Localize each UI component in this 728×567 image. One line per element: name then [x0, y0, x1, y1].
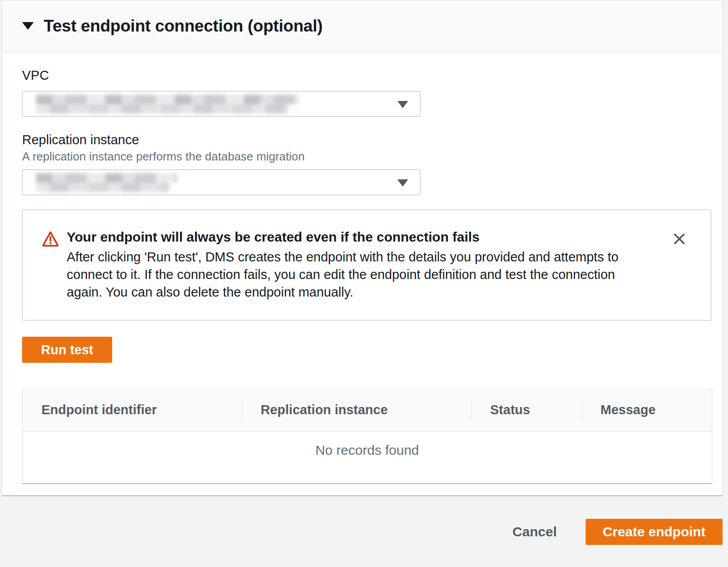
column-header-endpoint-identifier: Endpoint identifier	[23, 388, 242, 431]
cancel-button[interactable]: Cancel	[513, 524, 557, 540]
alert-body: After clicking 'Run test', DMS creates t…	[67, 248, 652, 301]
section-title: Test endpoint connection (optional)	[44, 17, 323, 36]
test-results-table: Endpoint identifier Replication instance…	[22, 388, 712, 484]
chevron-down-icon	[397, 101, 408, 108]
replication-instance-select[interactable]	[22, 169, 420, 195]
page: Test endpoint connection (optional) VPC …	[0, 0, 728, 567]
section-content: VPC Replication instance A replication i…	[2, 68, 723, 484]
column-header-message: Message	[582, 388, 712, 431]
alert-title: Your endpoint will always be created eve…	[67, 228, 652, 246]
test-endpoint-connection-panel: Test endpoint connection (optional) VPC …	[2, 0, 723, 496]
run-test-button[interactable]: Run test	[22, 337, 112, 363]
chevron-down-icon	[397, 179, 408, 187]
vpc-select[interactable]	[22, 91, 420, 117]
warning-alert: Your endpoint will always be created eve…	[22, 210, 711, 320]
replication-instance-redacted-value	[36, 173, 177, 192]
replication-instance-label: Replication instance	[22, 132, 703, 147]
section-collapse-icon	[22, 22, 34, 30]
close-icon[interactable]	[671, 231, 687, 247]
create-endpoint-button[interactable]: Create endpoint	[586, 519, 723, 545]
column-header-replication-instance: Replication instance	[242, 388, 471, 431]
warning-icon	[41, 230, 59, 248]
form-footer: Cancel Create endpoint	[0, 497, 728, 567]
vpc-label: VPC	[22, 68, 703, 83]
column-header-status: Status	[471, 388, 582, 431]
alert-text: Your endpoint will always be created eve…	[67, 228, 652, 301]
vpc-redacted-value	[36, 95, 300, 114]
section-header-test-endpoint-connection[interactable]: Test endpoint connection (optional)	[2, 0, 723, 52]
replication-instance-description: A replication instance performs the data…	[22, 150, 703, 163]
table-empty-message: No records found	[23, 432, 712, 483]
table-header-row: Endpoint identifier Replication instance…	[23, 389, 712, 432]
